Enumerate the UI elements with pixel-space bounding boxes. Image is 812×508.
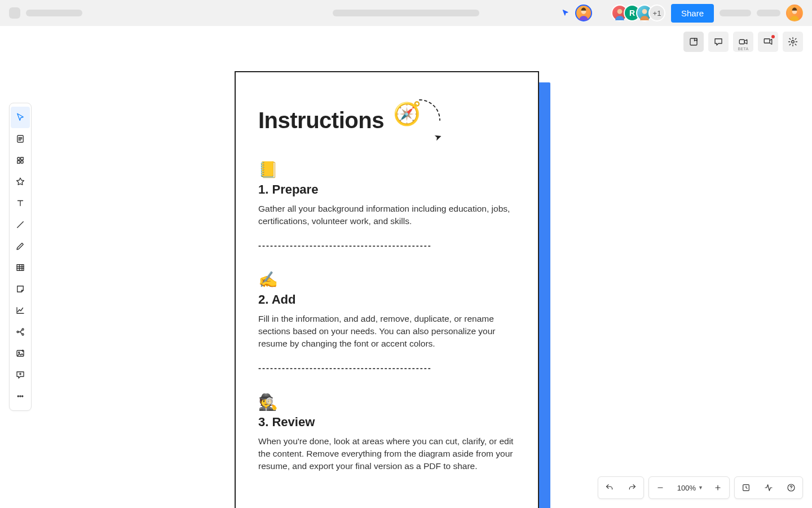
step-2-body: Fill in the information, and add, remove…: [258, 313, 515, 349]
add-comment-icon: [15, 370, 25, 380]
doc-title: Instructions: [258, 108, 384, 133]
svg-point-2: [642, 9, 647, 14]
minus-icon: [656, 483, 665, 492]
more-collaborators[interactable]: +1: [648, 5, 665, 21]
comments-button[interactable]: [708, 32, 729, 52]
collaborator-avatars: R +1: [611, 5, 665, 21]
svg-rect-13: [17, 265, 24, 271]
beta-badge: BETA: [738, 47, 749, 51]
zoom-in-button[interactable]: [707, 477, 729, 498]
topbar-right: R +1 Share: [562, 4, 803, 23]
step-3: 🕵️ 3. Review When you're done, look at a…: [258, 393, 515, 472]
select-tool[interactable]: [11, 107, 30, 128]
plus-icon: [713, 483, 722, 492]
step-1-heading: 1. Prepare: [258, 182, 515, 197]
arrow-cursor-icon: ➤: [434, 132, 443, 142]
table-tool[interactable]: [11, 257, 30, 278]
zoom-level[interactable]: 100%▼: [672, 484, 707, 492]
extra-group: [734, 476, 803, 499]
history-button[interactable]: [735, 477, 757, 498]
pen-tool[interactable]: [11, 235, 30, 257]
shapes-tool[interactable]: [11, 150, 30, 171]
doc-title-placeholder[interactable]: [26, 10, 82, 16]
pencil-icon: [15, 241, 25, 251]
caret-down-icon: ▼: [698, 485, 703, 491]
share-button[interactable]: Share: [671, 4, 714, 23]
divider-1: ----------------------------------------…: [258, 240, 515, 250]
step-3-body: When you're done, look at areas where yo…: [258, 435, 515, 472]
shapes-icon: [15, 155, 25, 165]
undo-icon: [605, 483, 614, 492]
note-icon: [689, 37, 699, 47]
doc-title-row: Instructions 🧭 ➤: [258, 100, 515, 140]
notification-dot: [771, 35, 775, 38]
step-1-body: Gather all your background information i…: [258, 203, 515, 227]
notes-panel-button[interactable]: [683, 32, 704, 52]
mindmap-tool[interactable]: [11, 321, 30, 343]
comment-tool[interactable]: [11, 364, 30, 386]
table-icon: [15, 262, 25, 273]
step-2: ✍️ 2. Add Fill in the information, and a…: [258, 270, 515, 349]
svg-rect-10: [21, 157, 24, 160]
video-icon: [738, 37, 748, 47]
step-1: 📒 1. Prepare Gather all your background …: [258, 160, 515, 227]
svg-point-20: [20, 396, 21, 397]
comment-icon: [713, 37, 723, 47]
topbar-center: [333, 10, 479, 16]
line-tool[interactable]: [11, 214, 30, 235]
search-placeholder[interactable]: [333, 10, 479, 16]
left-toolbar: [9, 103, 32, 411]
more-icon: [15, 391, 25, 401]
topbar-left: [9, 7, 82, 19]
svg-point-24: [791, 489, 791, 490]
compass-illustration: 🧭 ➤: [393, 100, 433, 140]
topbar-placeholder-1[interactable]: [720, 10, 751, 16]
help-button[interactable]: [780, 477, 802, 498]
star-icon: [15, 177, 25, 187]
activity-icon: [764, 483, 773, 492]
chart-tool[interactable]: [11, 300, 30, 321]
zoom-value: 100%: [677, 484, 696, 492]
zoom-out-button[interactable]: [649, 477, 672, 498]
text-tool[interactable]: [11, 192, 30, 214]
sticky-tool[interactable]: [11, 278, 30, 300]
undo-button[interactable]: [598, 477, 621, 498]
topbar-placeholder-2[interactable]: [757, 10, 780, 16]
document-tool[interactable]: [11, 128, 30, 150]
present-icon: [763, 37, 773, 47]
canvas[interactable]: Instructions 🧭 ➤ 📒 1. Prepare Gather all…: [235, 71, 539, 508]
step-2-emoji: ✍️: [258, 270, 515, 289]
topbar: R +1 Share: [0, 0, 812, 26]
present-button[interactable]: [758, 32, 778, 52]
current-user-avatar[interactable]: [575, 5, 592, 21]
star-tool[interactable]: [11, 171, 30, 192]
svg-rect-5: [739, 40, 744, 44]
svg-rect-4: [690, 38, 697, 45]
redo-button[interactable]: [621, 477, 643, 498]
history-icon: [742, 483, 751, 492]
settings-button[interactable]: [783, 32, 803, 52]
svg-point-7: [792, 41, 795, 43]
instructions-document[interactable]: Instructions 🧭 ➤ 📒 1. Prepare Gather all…: [235, 71, 539, 508]
activity-button[interactable]: [757, 477, 780, 498]
sticky-icon: [15, 284, 25, 294]
redo-icon: [628, 483, 637, 492]
gear-icon: [788, 37, 798, 47]
dashed-arc-icon: [417, 97, 443, 123]
svg-rect-11: [17, 161, 20, 164]
app-menu-placeholder[interactable]: [9, 7, 20, 19]
image-icon: [15, 348, 25, 358]
multiplayer-cursor-icon: [562, 9, 570, 17]
account-avatar[interactable]: [786, 5, 803, 21]
zoom-group: 100%▼: [648, 476, 730, 499]
more-tools[interactable]: [11, 386, 30, 407]
document-icon: [15, 134, 25, 144]
chart-icon: [15, 305, 25, 316]
image-tool[interactable]: [11, 343, 30, 364]
video-button[interactable]: BETA: [733, 32, 753, 52]
step-2-heading: 2. Add: [258, 292, 515, 307]
svg-point-9: [17, 157, 20, 160]
help-icon: [787, 483, 796, 492]
text-icon: [15, 198, 25, 208]
undo-redo-group: [598, 476, 644, 499]
